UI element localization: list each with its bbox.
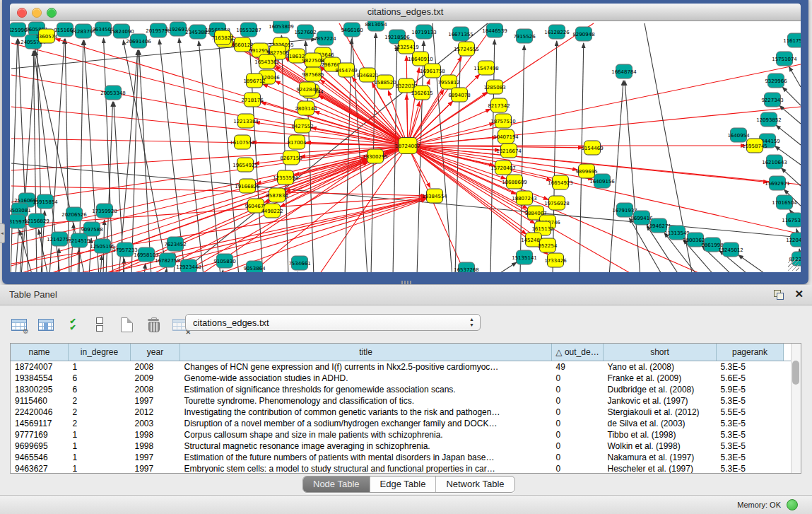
graph-node[interactable]: 16210643 [762,155,787,169]
graph-node[interactable]: 8587834 [266,188,288,202]
table-vertical-scrollbar[interactable] [791,344,801,473]
tab-node-table[interactable]: Node Table [303,477,370,492]
table-cell[interactable]: Dudbridge et al. (2008) [604,384,717,395]
table-row[interactable]: 1872400712008Changes of HCN gene express… [11,361,801,373]
graph-node[interactable]: 19756928 [544,196,570,210]
table-cell[interactable]: Estimation of the future numbers of pati… [180,452,552,463]
graph-node[interactable]: 20053348 [100,86,126,100]
citation-network-graph[interactable]: 1625996396058512405572491516681128379996… [10,21,801,272]
new-table-icon[interactable] [117,315,136,334]
table-cell[interactable]: 9115460 [11,395,69,407]
graph-node[interactable]: 16128226 [544,25,570,39]
graph-node[interactable]: 15720407 [490,160,516,175]
graph-node[interactable]: 8217342 [488,98,510,112]
table-cell[interactable]: 1 [69,452,131,463]
table-cell[interactable]: 1 [69,429,131,440]
table-cell[interactable]: 5.3E-5 [717,418,784,429]
show-columns-icon[interactable] [37,315,55,334]
graph-node[interactable]: 19654925 [233,158,258,172]
table-cell[interactable]: 0 [552,440,604,452]
graph-node[interactable]: 15135141 [512,250,537,264]
table-cell[interactable]: Hescheler et al. (1997) [604,463,717,474]
table-cell[interactable]: Yano et al. (2008) [604,361,717,373]
graph-node[interactable]: 1527602 [294,25,316,39]
graph-node[interactable]: 9105830 [213,254,235,268]
graph-node[interactable]: 16654923 [548,175,573,189]
graph-node[interactable]: 11547498 [473,61,499,75]
table-cell[interactable]: 2009 [131,373,180,384]
graph-node[interactable]: 12213384 [233,114,259,128]
table-cell[interactable]: Corpus callosum shape and size in male p… [180,429,552,440]
graph-node[interactable]: 2803144 [295,101,317,115]
table-cell[interactable]: 18300295 [11,384,69,395]
table-row[interactable]: 1830029562008Estimation of significance … [11,384,801,395]
network-window-titlebar[interactable]: citations_edges.txt [10,4,801,21]
table-cell[interactable]: 6 [69,373,131,384]
table-cell[interactable]: 2003 [131,418,180,429]
graph-node[interactable]: 9329966 [765,74,787,88]
graph-node[interactable]: 11675380 [782,213,801,227]
table-cell[interactable]: 1997 [131,452,180,463]
graph-node[interactable]: 12353594 [273,170,298,185]
table-cell[interactable]: 14569117 [11,418,69,429]
table-cell[interactable]: 1997 [131,463,180,474]
panel-splitter-handle[interactable] [401,281,411,284]
table-cell[interactable]: Stergiakouli et al. (2012) [604,407,717,418]
graph-node[interactable]: 8427552 [291,119,313,133]
graph-node[interactable]: 1285083 [483,80,505,94]
graph-node[interactable]: 1733426 [544,253,567,267]
table-cell[interactable]: 0 [552,373,604,384]
table-row[interactable]: 946362711997Embryonic stem cells: a mode… [11,463,801,474]
table-cell[interactable]: de Silva et al. (2003) [604,418,717,429]
float-panel-icon[interactable] [774,290,784,300]
graph-node[interactable]: 10407194 [493,129,519,144]
column-header-in_degree[interactable]: in_degree [69,344,131,361]
graph-node[interactable]: 16107552 [230,135,255,149]
graph-node[interactable]: 9899695 [575,164,597,178]
table-cell[interactable]: 0 [552,452,604,463]
delete-rows-icon[interactable] [144,315,163,334]
graph-node[interactable]: 6894078 [448,88,470,102]
table-row[interactable]: 946554611997Estimation of the future num… [11,452,801,463]
network-canvas[interactable]: 1625996396058512405572491516681128379996… [10,21,801,272]
table-cell[interactable]: 1 [69,463,131,474]
table-cell[interactable]: Franke et al. (2009) [604,373,717,384]
graph-node[interactable]: 4498222 [261,204,283,218]
table-cell[interactable]: 1 [69,440,131,452]
table-cell[interactable]: 2 [69,395,131,407]
control-panel-collapse-handle[interactable]: ◂ [0,223,5,243]
graph-node[interactable]: 1588520 [374,75,396,89]
table-cell[interactable]: 5.3E-5 [717,395,784,407]
table-cell[interactable]: Tourette syndrome. Phenomenology and cla… [180,395,552,407]
table-cell[interactable]: Disruption of a novel member of a sodium… [180,418,552,429]
table-cell[interactable]: 19384554 [11,373,69,384]
table-cell[interactable]: 5.9E-5 [717,384,784,395]
column-header-year[interactable]: year [131,344,180,361]
table-cell[interactable]: 5.3E-5 [717,452,784,463]
row-height-icon[interactable] [90,315,109,334]
table-cell[interactable]: 1997 [131,395,180,407]
graph-node[interactable]: 15751074 [772,52,797,66]
graph-node[interactable]: 11617533 [783,33,801,47]
graph-node[interactable]: 1214519 [68,233,90,247]
table-row[interactable]: 969969511998Structural magnetic resonanc… [11,440,801,452]
graph-node[interactable]: 15724555 [454,42,479,56]
table-cell[interactable]: 5.5E-5 [717,407,784,418]
graph-node[interactable]: 16537268 [454,262,479,272]
graph-node[interactable]: 952254 [539,238,558,252]
graph-node[interactable]: 12093852 [756,112,782,127]
column-header-title[interactable]: title [180,344,552,361]
memory-status-indicator[interactable] [787,499,798,510]
table-cell[interactable]: 9777169 [11,429,69,440]
graph-node[interactable]: 8290948 [572,27,594,41]
graph-node[interactable]: 20206526 [61,207,87,221]
table-cell[interactable]: 9463627 [11,463,69,474]
graph-node[interactable]: 7857224 [314,31,336,45]
column-header-name[interactable]: name [11,344,69,361]
column-header-pagerank[interactable]: pagerank [717,344,784,361]
table-cell[interactable]: Estimation of significance thresholds fo… [180,384,552,395]
graph-node[interactable]: 16053809 [269,21,294,33]
table-cell[interactable]: Investigating the contribution of common… [180,407,552,418]
table-cell[interactable]: 0 [552,384,604,395]
table-cell[interactable]: 0 [552,429,604,440]
